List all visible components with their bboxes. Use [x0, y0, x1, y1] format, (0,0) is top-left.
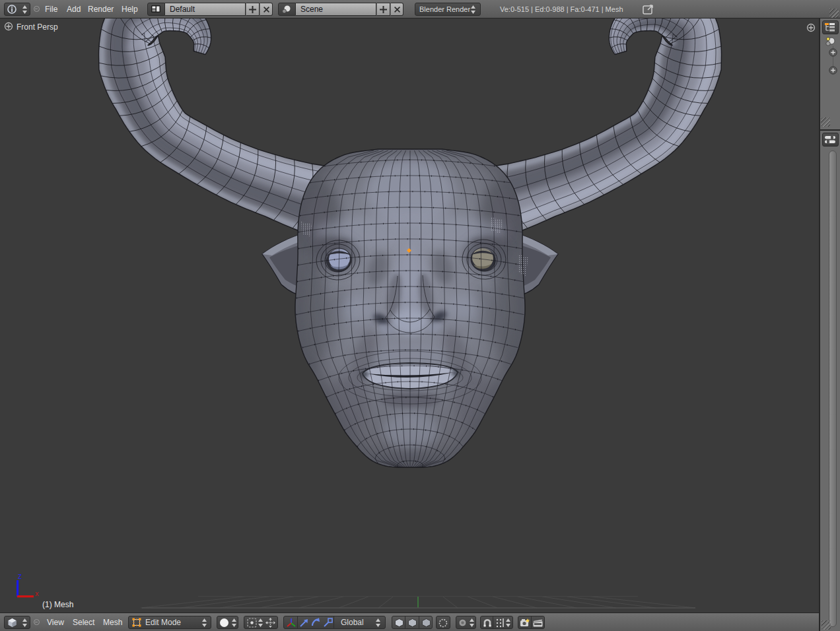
svg-text:z: z: [18, 572, 22, 581]
svg-text:x: x: [35, 589, 39, 597]
